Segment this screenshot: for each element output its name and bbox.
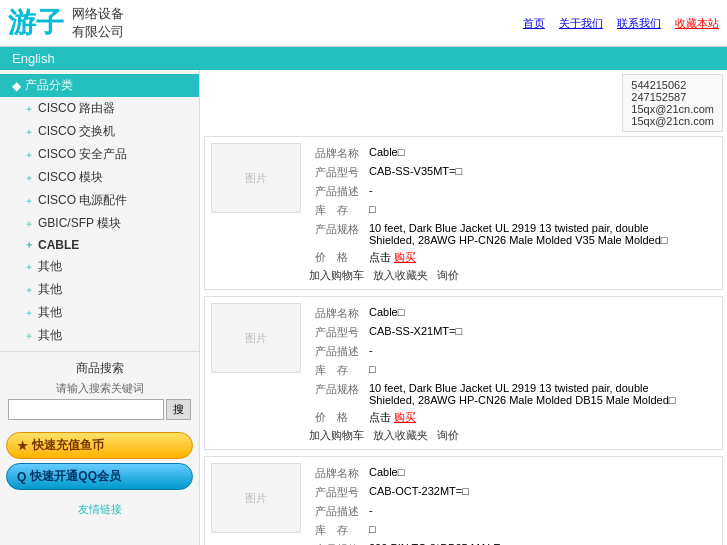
search-subtitle: 请输入搜索关键词 [8,381,191,396]
logo-sub: 网络设备 有限公司 [72,5,124,41]
price-label: 点击 [369,251,391,263]
nav-contact[interactable]: 联系我们 [617,17,661,29]
plus-icon: ＋ [24,102,34,116]
desc-val: - [365,183,685,200]
search-button[interactable]: 搜 [166,399,191,420]
buy-link[interactable]: 购买 [394,251,416,263]
spec-val: 10 feet, Dark Blue Jacket UL 2919 13 twi… [365,221,685,247]
product-details: 品牌名称 Cable□ 产品型号 CAB-OCT-232MT=□ 产品描述 - [309,463,716,545]
sidebar-item-main-cat[interactable]: ◆ 产品分类 [0,74,199,97]
nav-favorite[interactable]: 收藏本站 [675,17,719,29]
model-val: CAB-SS-X21MT=□ [365,324,685,341]
star-icon: ★ [17,439,28,453]
desc-val: - [365,343,685,360]
promo-area: ★ 快速充值鱼币 Q 快速开通QQ会员 [0,428,199,498]
plus-icon: ＋ [24,306,34,320]
sidebar-item-cat2[interactable]: ＋ 其他 [0,278,199,301]
product-image: 图片 [211,143,301,213]
content-area: 544215062 247152587 15qx@21cn.com 15qx@2… [200,70,727,545]
plus-icon: ＋ [24,125,34,139]
brand-val: Cable□ [365,465,514,482]
nav-lang[interactable]: English [12,51,55,66]
email2: 15qx@21cn.com [631,115,714,127]
spec-val: 200 PIN TO 8*DB25 MALE □ [365,541,514,545]
buy-link[interactable]: 购买 [394,411,416,423]
spec-val: 10 feet, Dark Blue Jacket UL 2919 13 twi… [365,381,685,407]
product-list: 图片 品牌名称 Cable□ 产品型号 CAB-SS-V35MT=□ [204,136,723,545]
plus-icon: ＋ [24,171,34,185]
plus-icon: ＋ [24,260,34,274]
promo-button-2[interactable]: Q 快速开通QQ会员 [6,463,193,490]
diamond-icon: ◆ [12,79,21,93]
plus-icon: ＋ [24,329,34,343]
product-image: 图片 [211,463,301,533]
nav-bar: English [0,47,727,70]
action-links: 加入购物车 放入收藏夹 询价 [309,428,716,443]
app-wrapper: 游子 网络设备 有限公司 首页 关于我们 联系我们 收藏本站 English ◆ [0,0,727,545]
qty-val: □ [365,522,514,539]
sidebar-item-gbic[interactable]: ＋ GBIC/SFP 模块 [0,212,199,235]
desc-val: - [365,503,514,520]
inquiry[interactable]: 询价 [437,429,459,441]
sidebar-links: 友情链接 [0,498,199,521]
sidebar-item-cisco-module[interactable]: ＋ CISCO 模块 [0,166,199,189]
main-layout: ◆ 产品分类 ＋ CISCO 路由器 ＋ CISCO 交换机 ＋ CISCO 安… [0,70,727,545]
brand-val: Cable□ [365,145,685,162]
search-box: 搜 [8,399,191,420]
qq-icon: Q [17,470,26,484]
top-right-nav: 首页 关于我们 联系我们 收藏本站 [523,16,719,31]
search-title: 商品搜索 [8,360,191,377]
plus-icon: ＋ [24,238,34,252]
promo-button-1[interactable]: ★ 快速充值鱼币 [6,432,193,459]
product-item: 图片 品牌名称 Cable□ 产品型号 CAB-SS-X21MT=□ [204,296,723,450]
nav-about[interactable]: 关于我们 [559,17,603,29]
logo-main: 游子 [8,4,64,42]
product-details: 品牌名称 Cable□ 产品型号 CAB-SS-X21MT=□ 产品描述 - [309,303,716,443]
phone2: 247152587 [631,91,714,103]
add-to-fav[interactable]: 放入收藏夹 [373,269,428,281]
sidebar-item-cat3[interactable]: ＋ 其他 [0,301,199,324]
model-val: CAB-OCT-232MT=□ [365,484,514,501]
product-details: 品牌名称 Cable□ 产品型号 CAB-SS-V35MT=□ 产品描述 - [309,143,716,283]
qty-val: □ [365,202,685,219]
sidebar-item-cisco-router[interactable]: ＋ CISCO 路由器 [0,97,199,120]
plus-icon: ＋ [24,283,34,297]
product-image: 图片 [211,303,301,373]
model-val: CAB-SS-V35MT=□ [365,164,685,181]
top-bar: 游子 网络设备 有限公司 首页 关于我们 联系我们 收藏本站 [0,0,727,47]
price-label: 点击 [369,411,391,423]
plus-icon: ＋ [24,217,34,231]
plus-icon: ＋ [24,194,34,208]
contact-info: 544215062 247152587 15qx@21cn.com 15qx@2… [622,74,723,132]
inquiry[interactable]: 询价 [437,269,459,281]
plus-icon: ＋ [24,148,34,162]
nav-home[interactable]: 首页 [523,17,545,29]
add-to-cart[interactable]: 加入购物车 [309,269,364,281]
logo-area: 游子 网络设备 有限公司 [8,4,124,42]
add-to-fav[interactable]: 放入收藏夹 [373,429,428,441]
product-item: 图片 品牌名称 Cable□ 产品型号 CAB-SS-V35MT=□ [204,136,723,290]
sidebar-search: 商品搜索 请输入搜索关键词 搜 [0,351,199,428]
friend-links[interactable]: 友情链接 [78,503,122,515]
brand-val: Cable□ [365,305,685,322]
sidebar-item-cat1[interactable]: ＋ 其他 [0,255,199,278]
sidebar-item-cisco-switch[interactable]: ＋ CISCO 交换机 [0,120,199,143]
sidebar-item-cisco-power[interactable]: ＋ CISCO 电源配件 [0,189,199,212]
sidebar: ◆ 产品分类 ＋ CISCO 路由器 ＋ CISCO 交换机 ＋ CISCO 安… [0,70,200,545]
sidebar-item-cat4[interactable]: ＋ 其他 [0,324,199,347]
sidebar-item-cable[interactable]: ＋ CABLE [0,235,199,255]
email1: 15qx@21cn.com [631,103,714,115]
qty-val: □ [365,362,685,379]
product-item: 图片 品牌名称 Cable□ 产品型号 CAB-OCT-232MT=□ [204,456,723,545]
phone1: 544215062 [631,79,714,91]
add-to-cart[interactable]: 加入购物车 [309,429,364,441]
search-input[interactable] [8,399,164,420]
action-links: 加入购物车 放入收藏夹 询价 [309,268,716,283]
sidebar-item-cisco-security[interactable]: ＋ CISCO 安全产品 [0,143,199,166]
